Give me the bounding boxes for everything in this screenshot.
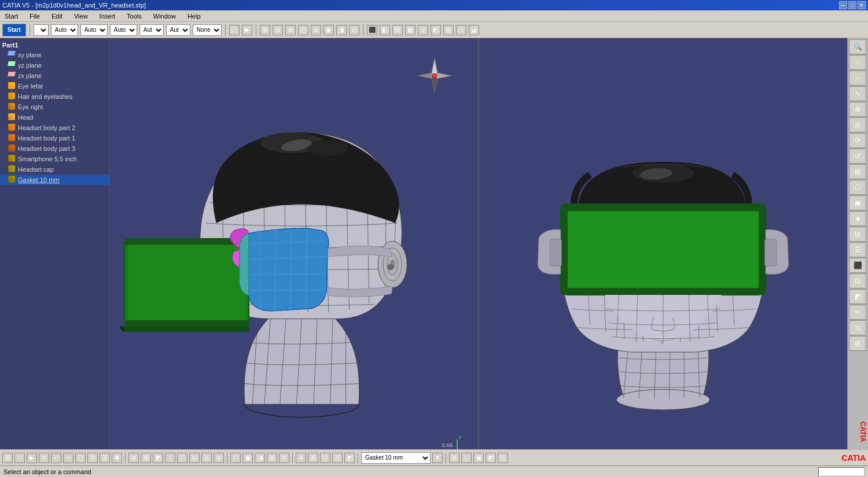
toolbar-icon-15[interactable]: ⧈ [418, 25, 428, 35]
tree-item-headset-cap[interactable]: Headset cap [0, 164, 109, 175]
tree-item-yz[interactable]: yz plane [0, 60, 109, 71]
bottom-icon-19[interactable]: ⬡ [230, 453, 241, 463]
right-btn-5[interactable]: ⊕ [849, 102, 866, 117]
toolbar-icon-2[interactable]: ▶ [242, 25, 252, 35]
tree-item-xy[interactable]: xy plane [0, 50, 109, 60]
bottom-icon-29[interactable]: ▼ [432, 453, 443, 463]
bottom-icon-5[interactable]: ↩ [51, 453, 61, 463]
right-btn-9[interactable]: ⊞ [849, 164, 866, 179]
bottom-icon-4[interactable]: ⊟ [39, 453, 49, 463]
bottom-icon-15[interactable]: ⬡ [177, 453, 187, 463]
toolbar-icon-10[interactable]: ⊡ [349, 25, 359, 35]
bottom-icon-23[interactable]: ⊟ [279, 453, 289, 463]
bottom-icon-20[interactable]: ▣ [242, 453, 253, 463]
toolbar-icon-1[interactable]: ⬡ [229, 25, 240, 35]
bottom-icon-33[interactable]: ◩ [486, 453, 496, 463]
right-btn-13[interactable]: ⊟ [849, 227, 866, 242]
menu-help[interactable]: Help [185, 12, 203, 21]
bottom-icon-28[interactable]: ◩ [344, 453, 355, 463]
toolbar-icon-5[interactable]: ⊠ [285, 25, 296, 35]
tree-item-hair[interactable]: Hair and eyelashes [0, 91, 109, 102]
toolbar-icon-3[interactable]: ⊞ [260, 25, 270, 35]
bottom-icon-1[interactable]: ⊞ [2, 453, 13, 463]
tree-item-eye-right[interactable]: Eye right [0, 102, 109, 112]
right-btn-20[interactable]: ⊞ [849, 336, 866, 351]
toolbar-select-2[interactable]: Auto [51, 24, 78, 36]
right-btn-18[interactable]: ✏ [849, 305, 866, 320]
toolbar-icon-4[interactable]: ⊟ [273, 25, 283, 35]
right-btn-11[interactable]: ▣ [849, 195, 866, 210]
tree-root[interactable]: Part1 [0, 40, 109, 50]
right-btn-4[interactable]: ⤡ [849, 86, 866, 101]
right-btn-3[interactable]: ↔ [849, 71, 866, 86]
bottom-icon-8[interactable]: ⊡ [87, 453, 98, 463]
bottom-icon-10[interactable]: ✱ [112, 453, 122, 463]
bottom-icon-30[interactable]: ⊞ [449, 453, 459, 463]
menu-file[interactable]: File [27, 12, 42, 21]
right-btn-8[interactable]: ↺ [849, 149, 866, 164]
bottom-icon-16[interactable]: ⊡ [189, 453, 200, 463]
toolbar-select-4[interactable]: Auto [110, 24, 137, 36]
toolbar-select-7[interactable]: None [193, 24, 222, 36]
toolbar-icon-9[interactable]: ◨ [336, 25, 347, 35]
right-btn-12[interactable]: ◈ [849, 211, 866, 226]
tree-item-head[interactable]: Head [0, 112, 109, 123]
bottom-icon-18[interactable]: ⊕ [214, 453, 224, 463]
bottom-icon-12[interactable]: ⊞ [141, 453, 151, 463]
tree-item-gasket[interactable]: Gasket 10 mm [0, 175, 109, 185]
toolbar-start-btn[interactable]: Start [2, 24, 26, 36]
right-btn-17[interactable]: ◩ [849, 289, 866, 304]
bottom-icon-7[interactable]: ⬡ [75, 453, 86, 463]
right-btn-1[interactable]: 🔍 [849, 39, 866, 54]
toolbar-select-1[interactable] [34, 24, 49, 36]
gasket-select[interactable]: Gasket 10 mm [361, 452, 431, 464]
bottom-icon-26[interactable]: ⬡ [320, 453, 330, 463]
right-btn-6[interactable]: ◎ [849, 117, 866, 132]
right-btn-2[interactable]: ↕ [849, 55, 866, 70]
bottom-icon-34[interactable]: ⊡ [498, 453, 508, 463]
toolbar-select-5[interactable]: Aut [139, 24, 164, 36]
bottom-icon-11[interactable]: ⊕ [128, 453, 139, 463]
tree-item-headset-3[interactable]: Headset body part 3 [0, 143, 109, 154]
toolbar-select-6[interactable]: Aut [166, 24, 190, 36]
right-btn-7[interactable]: ⟳ [849, 133, 866, 148]
menu-window[interactable]: Window [151, 12, 178, 21]
toolbar-select-3[interactable]: Auto [80, 24, 108, 36]
tree-item-smartphone[interactable]: Smartphone 5,5 inch [0, 154, 109, 164]
bottom-icon-27[interactable]: ⊡ [332, 453, 343, 463]
view-right[interactable] [479, 38, 847, 449]
right-btn-19[interactable]: ⌥ [849, 320, 866, 335]
toolbar-icon-16[interactable]: ◩ [431, 25, 441, 35]
bottom-icon-3[interactable]: ▶ [27, 453, 37, 463]
bottom-icon-21[interactable]: ◨ [255, 453, 265, 463]
toolbar-icon-18[interactable]: ⬡ [456, 25, 466, 35]
toolbar-icon-12[interactable]: ◧ [380, 25, 390, 35]
toolbar-icon-11[interactable]: ⬛ [367, 25, 377, 35]
bottom-icon-24[interactable]: ⊕ [296, 453, 306, 463]
bottom-icon-22[interactable]: ⊞ [267, 453, 277, 463]
bottom-icon-31[interactable]: ⬡ [461, 453, 472, 463]
tree-item-headset-2[interactable]: Headset body part 2 [0, 123, 109, 133]
bottom-icon-2[interactable]: ⬡ [14, 453, 25, 463]
bottom-icon-6[interactable]: ↪ [63, 453, 73, 463]
right-btn-15[interactable]: ⬛ [849, 258, 866, 273]
bottom-icon-9[interactable]: ☰ [100, 453, 110, 463]
toolbar-icon-13[interactable]: ⬜ [392, 25, 403, 35]
menu-tools[interactable]: Tools [124, 12, 144, 21]
menu-start[interactable]: Start [2, 12, 20, 21]
right-btn-10[interactable]: ⬡ [849, 180, 866, 195]
maximize-button[interactable]: □ [848, 1, 856, 9]
minimize-button[interactable]: — [839, 1, 847, 9]
view-left[interactable]: 0,66 x y [110, 38, 479, 449]
menu-edit[interactable]: Edit [49, 12, 65, 21]
bottom-icon-25[interactable]: ⊞ [308, 453, 318, 463]
toolbar-icon-17[interactable]: ▥ [443, 25, 454, 35]
toolbar-icon-14[interactable]: ▦ [405, 25, 415, 35]
tree-item-eye-left[interactable]: Eye lefat [0, 81, 109, 91]
bottom-icon-14[interactable]: ↕ [165, 453, 175, 463]
toolbar-icon-19[interactable]: ◪ [469, 25, 479, 35]
bottom-icon-13[interactable]: ◩ [153, 453, 163, 463]
right-btn-16[interactable]: ⊡ [849, 273, 866, 289]
bottom-icon-17[interactable]: ◎ [201, 453, 212, 463]
tree-item-zx[interactable]: zx plane [0, 71, 109, 81]
